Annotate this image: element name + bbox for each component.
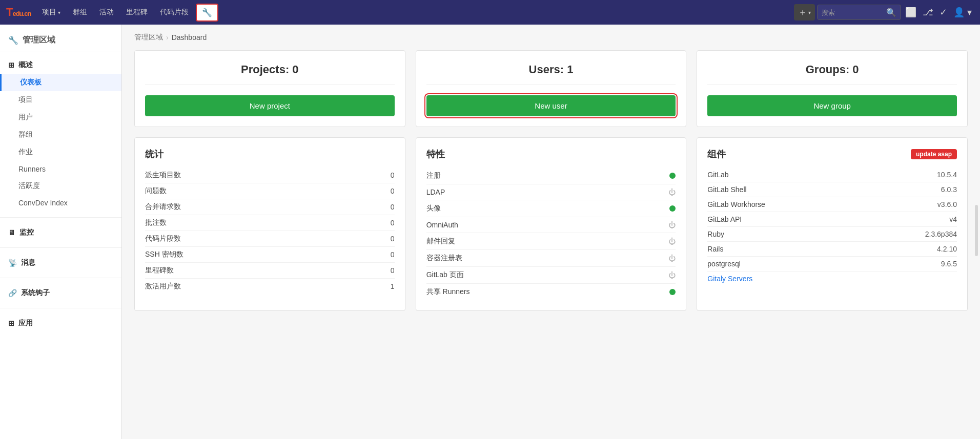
search-box[interactable]: 🔍 [817,5,901,20]
stat-row-milestones: 里程碑数 0 [145,263,395,279]
new-project-button[interactable]: New project [145,95,395,116]
stat-row-issues: 问题数 0 [145,183,395,199]
feature-runners: 共享 Runners [426,284,676,300]
sidebar-item-runners[interactable]: Runners [0,161,121,177]
comp-api: GitLab API v4 [707,212,957,227]
message-icon: 📡 [8,259,17,267]
status-dot-gravatar [669,205,676,212]
status-power-ldap: ⏻ [668,188,676,196]
status-dot-runners [669,289,676,295]
components-card: 组件 update asap GitLab 10.5.4 GitLab Shel… [697,137,968,311]
stats-card: 统计 派生项目数 0 问题数 0 合并请求数 0 批注数 [134,137,405,311]
users-title: Users: 1 [426,63,676,85]
issues-icon[interactable]: ✓ [937,5,949,20]
nav-projects[interactable]: 项目 ▾ [37,6,66,19]
main-content: 管理区域 › Dashboard Projects: 0 New project… [122,25,980,439]
nav-activity[interactable]: 活动 [94,6,119,19]
sidebar: 🔧 管理区域 ⊞ 概述 仪表板 项目 用户 群组 作业 Runners 活跃度 … [0,25,122,439]
update-badge: update asap [911,149,957,159]
status-power-omniauth: ⏻ [668,221,676,229]
scrollbar[interactable] [975,205,978,256]
nav-milestones[interactable]: 里程碑 [121,6,153,19]
monitor-icon: 🖥 [8,228,15,237]
sidebar-item-groups[interactable]: 群组 [0,126,121,143]
stats-rows: 派生项目数 0 问题数 0 合并请求数 0 批注数 0 [145,168,395,294]
sidebar-group-hooks[interactable]: 🔗 系统钩子 [0,284,121,302]
comp-rails: Rails 4.2.10 [707,242,957,257]
hook-icon: 🔗 [8,289,17,297]
wrench-icon: 🔧 [202,8,212,17]
sidebar-group-apps[interactable]: ⊞ 应用 [0,315,121,332]
users-card: Users: 1 New user [416,50,687,127]
comp-gitlab-shell: GitLab Shell 6.0.3 [707,182,957,197]
feature-gravatar: 头像 [426,200,676,217]
stat-row-notes: 批注数 0 [145,215,395,231]
user-avatar[interactable]: 👤 ▾ [951,5,974,20]
components-title: 组件 [707,148,726,160]
comp-gitlab: GitLab 10.5.4 [707,168,957,182]
feature-signup: 注册 [426,168,676,184]
comp-ruby: Ruby 2.3.6p384 [707,227,957,242]
feature-email-reply: 邮件回复 ⏻ [426,233,676,250]
sidebar-item-users[interactable]: 用户 [0,109,121,126]
status-power-pages: ⏻ [668,271,676,279]
merge-requests-icon[interactable]: ⎇ [921,5,935,20]
sidebar-item-dashboard[interactable]: 仪表板 [0,74,121,91]
grid-icon: ⊞ [8,61,14,69]
stats-title: 统计 [145,148,395,160]
sidebar-item-projects[interactable]: 项目 [0,91,121,109]
comp-postgresql: postgresql 9.6.5 [707,257,957,271]
projects-title: Projects: 0 [145,63,395,85]
new-user-button[interactable]: New user [426,95,676,116]
status-power-email: ⏻ [668,237,676,245]
stat-row-mrs: 合并请求数 0 [145,199,395,215]
sidebar-group-messages[interactable]: 📡 消息 [0,254,121,271]
features-card: 特性 注册 LDAP ⏻ 头像 OmniAuth ⏻ [416,137,687,311]
status-dot-signup [669,173,676,179]
sidebar-item-activity[interactable]: 活跃度 [0,177,121,195]
sidebar-group-monitoring[interactable]: 🖥 监控 [0,224,121,241]
sidebar-item-jobs[interactable]: 作业 [0,143,121,161]
new-group-button[interactable]: New group [707,95,957,116]
stat-row-active-users: 激活用户数 1 [145,279,395,294]
apps-icon: ⊞ [8,319,14,327]
features-title: 特性 [426,148,676,160]
sidebar-group-overview[interactable]: ⊞ 概述 [0,56,121,74]
comp-workhorse: GitLab Workhorse v3.6.0 [707,197,957,212]
nav-groups[interactable]: 群组 [68,6,92,19]
admin-wrench-icon: 🔧 [8,35,18,45]
detail-cards: 统计 派生项目数 0 问题数 0 合并请求数 0 批注数 [134,137,968,311]
create-button[interactable]: ＋ ▾ [794,4,815,20]
components-header: 组件 update asap [707,148,957,160]
breadcrumb: 管理区域 › Dashboard [134,33,968,42]
sidebar-item-convdev[interactable]: ConvDev Index [0,195,121,211]
top-nav: Tedu.cn 项目 ▾ 群组 活动 里程碑 代码片段 🔧 ＋ ▾ 🔍 ⬜ ⎇ … [0,0,980,25]
stat-row-snippets: 代码片段数 0 [145,231,395,247]
projects-card: Projects: 0 New project [134,50,405,127]
nav-snippets[interactable]: 代码片段 [155,6,194,19]
status-power-container: ⏻ [668,254,676,262]
feature-pages: GitLab 页面 ⏻ [426,267,676,284]
nav-admin[interactable]: 🔧 [196,4,218,22]
sidebar-section-overview: ⊞ 概述 仪表板 项目 用户 群组 作业 Runners 活跃度 ConvDev… [0,52,121,215]
search-icon: 🔍 [886,8,896,17]
stat-row-ssh: SSH 密钥数 0 [145,247,395,263]
sidebar-toggle-icon[interactable]: ⬜ [903,5,918,20]
groups-card: Groups: 0 New group [697,50,968,127]
feature-container: 容器注册表 ⏻ [426,250,676,267]
comp-gitaly: Gitaly Servers [707,271,957,286]
summary-cards: Projects: 0 New project Users: 1 New use… [134,50,968,127]
sidebar-header: 🔧 管理区域 [0,29,121,52]
groups-title: Groups: 0 [707,63,957,85]
logo[interactable]: Tedu.cn [6,6,31,19]
feature-omniauth: OmniAuth ⏻ [426,217,676,233]
feature-ldap: LDAP ⏻ [426,184,676,200]
search-input[interactable] [822,9,883,16]
stat-row-forks: 派生项目数 0 [145,168,395,183]
